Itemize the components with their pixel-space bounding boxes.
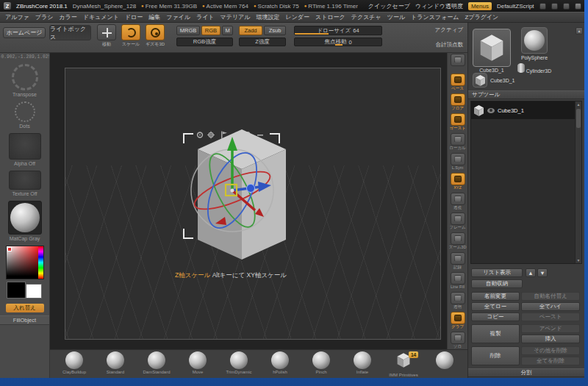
- gizmo-center-dot[interactable]: [231, 189, 234, 193]
- document-area[interactable]: Z軸スケール Altキーにて XY軸スケール: [65, 68, 441, 340]
- menu-item-alpha[interactable]: アルファ: [5, 13, 29, 21]
- menu-item-document[interactable]: ドキュメント: [83, 13, 119, 21]
- split-header[interactable]: 分割: [468, 368, 584, 377]
- viewport[interactable]: Z軸スケール Altキーにて XY軸スケール: [50, 53, 447, 349]
- auto-rename-button[interactable]: 自動名付替え: [521, 292, 580, 301]
- append-button[interactable]: アペンド: [521, 324, 580, 333]
- menu-item-tool[interactable]: ツール: [387, 13, 405, 21]
- brush-damstandard[interactable]: DamStandard: [137, 351, 176, 378]
- subtool-down-button[interactable]: ▼: [537, 268, 548, 277]
- zadd-toggle[interactable]: Zadd: [239, 26, 262, 35]
- gizmo3d-toggle-button[interactable]: [146, 24, 165, 40]
- draw-size-slider[interactable]: ドローサイズ64: [294, 26, 382, 35]
- alpha-selector[interactable]: [9, 133, 41, 160]
- subtool-header[interactable]: サブツール: [468, 90, 584, 99]
- tool-item-polysphere[interactable]: [521, 27, 548, 54]
- menu-item-light[interactable]: ライト: [196, 13, 215, 21]
- color-picker[interactable]: [6, 246, 44, 279]
- subtool-scrollbar[interactable]: ▲ ▼: [575, 101, 581, 263]
- scale-tool-button[interactable]: [121, 24, 140, 40]
- menu-item-render[interactable]: レンダー: [285, 13, 309, 21]
- primary-color-swatch[interactable]: [7, 282, 26, 299]
- scrollbar-thumb[interactable]: [576, 109, 581, 128]
- window-opacity-button[interactable]: ウィンドウ透明度: [415, 2, 463, 10]
- lsym-toggle[interactable]: L.Sym: [448, 153, 467, 172]
- ghost-toggle[interactable]: ゴースト: [448, 113, 467, 132]
- copy-button[interactable]: コピー: [471, 312, 520, 321]
- floor-toggle[interactable]: フロア: [448, 93, 467, 112]
- menu-item-color[interactable]: カラー: [59, 13, 76, 21]
- panel-scroll-up-button[interactable]: ▲: [576, 27, 583, 35]
- volume-icon[interactable]: [539, 3, 546, 10]
- transpose-dial-icon[interactable]: [12, 64, 38, 90]
- frame-button[interactable]: フレーム: [448, 212, 467, 232]
- menus-toggle-button[interactable]: Menus: [468, 2, 492, 10]
- lock-icon[interactable]: [575, 3, 581, 10]
- zoom3d-button[interactable]: ズーム3D: [448, 232, 467, 251]
- delete-all-button[interactable]: 全てを削除: [521, 357, 580, 365]
- menu-item-material[interactable]: マテリアル: [220, 13, 251, 21]
- brush-pinch[interactable]: Pinch: [301, 351, 341, 378]
- list-display-button[interactable]: リスト表示: [471, 268, 523, 277]
- all-low-button[interactable]: 全てロー: [471, 302, 520, 311]
- menu-item-draw[interactable]: ドロー: [125, 13, 143, 21]
- texture-selector[interactable]: [9, 171, 41, 190]
- record-button[interactable]: 記録: [448, 252, 467, 271]
- zscript-name[interactable]: DefaultZScript: [497, 3, 534, 10]
- brush-trimdynamic[interactable]: TrimDynamic: [219, 351, 259, 378]
- tool-item-cube3d[interactable]: [473, 73, 487, 87]
- material-selector[interactable]: [8, 201, 42, 235]
- hue-strip[interactable]: [38, 246, 43, 279]
- menu-item-brush[interactable]: ブラシ: [35, 13, 54, 21]
- brush-standard[interactable]: Standard: [96, 351, 135, 378]
- brush-claybuildup[interactable]: ClayBuildup: [54, 351, 94, 378]
- menu-item-transform[interactable]: トランスフォーム: [411, 13, 459, 21]
- brush-inflate[interactable]: Inflate: [343, 351, 382, 378]
- mrgb-toggle[interactable]: MRGB: [176, 26, 200, 35]
- menu-item-preferences[interactable]: 環境設定: [256, 13, 279, 21]
- base-toggle[interactable]: ベース: [448, 74, 467, 93]
- lightbox-button[interactable]: ライトボックス: [49, 25, 91, 40]
- local-toggle[interactable]: ローカル: [448, 133, 467, 152]
- move-tool-button[interactable]: [97, 24, 116, 40]
- scroll-up-icon[interactable]: ▲: [577, 102, 581, 107]
- secondary-color-swatch[interactable]: [26, 284, 42, 299]
- duplicate-button[interactable]: 複製: [471, 324, 520, 343]
- tool-item-cylinder3d[interactable]: Cylinder3D: [514, 63, 555, 74]
- all-high-button[interactable]: 全てハイ: [521, 302, 580, 311]
- xyz-toggle[interactable]: XYZ: [448, 173, 467, 192]
- fill-object-button[interactable]: FillObject: [0, 315, 49, 325]
- menu-item-edit[interactable]: 編集: [148, 13, 160, 21]
- swap-colors-button[interactable]: 入れ替え: [6, 304, 44, 312]
- auto-collapse-button[interactable]: 自動収納: [471, 279, 523, 288]
- subtool-up-button[interactable]: ▲: [526, 268, 536, 277]
- grab-button[interactable]: グラブ: [448, 312, 467, 331]
- subtool-row-cube3d[interactable]: Cube3D_1: [471, 101, 581, 119]
- menu-item-stroke[interactable]: ストローク: [315, 13, 345, 21]
- insert-button[interactable]: 挿入: [521, 335, 580, 343]
- m-toggle[interactable]: M: [222, 26, 233, 35]
- scroll-down-icon[interactable]: ▼: [576, 257, 581, 263]
- persp-toggle[interactable]: 透視: [448, 193, 467, 212]
- transform-gizmo[interactable]: [161, 109, 308, 274]
- solo-toggle[interactable]: ソロ: [448, 332, 467, 349]
- bpr-render-button[interactable]: [448, 54, 467, 73]
- stroke-dots-icon[interactable]: [15, 101, 35, 122]
- menu-item-file[interactable]: ファイル: [166, 13, 190, 21]
- rgb-toggle[interactable]: RGB: [201, 26, 220, 35]
- paste-button[interactable]: ペースト: [521, 312, 580, 321]
- delete-button[interactable]: 削除: [471, 346, 520, 365]
- panels-icon[interactable]: [563, 3, 570, 10]
- visibility-eye-icon[interactable]: [487, 108, 495, 113]
- focal-shift-slider[interactable]: 焦点移動0: [294, 37, 382, 46]
- tool-item-cube3d-selected[interactable]: [473, 29, 511, 67]
- delete-others-button[interactable]: その他を削除: [521, 346, 580, 355]
- homepage-button[interactable]: ホームページ: [3, 27, 46, 38]
- linefill-toggle[interactable]: Line Fill: [448, 272, 467, 291]
- quick-save-button[interactable]: クイックセーブ: [368, 2, 410, 10]
- z-intensity-slider[interactable]: Z強度: [239, 37, 286, 46]
- brush-hpolish[interactable]: hPolish: [260, 351, 300, 378]
- layout-icon[interactable]: [551, 3, 558, 10]
- zsub-toggle[interactable]: Zsub: [264, 26, 286, 35]
- brush-extra[interactable]: [425, 351, 465, 378]
